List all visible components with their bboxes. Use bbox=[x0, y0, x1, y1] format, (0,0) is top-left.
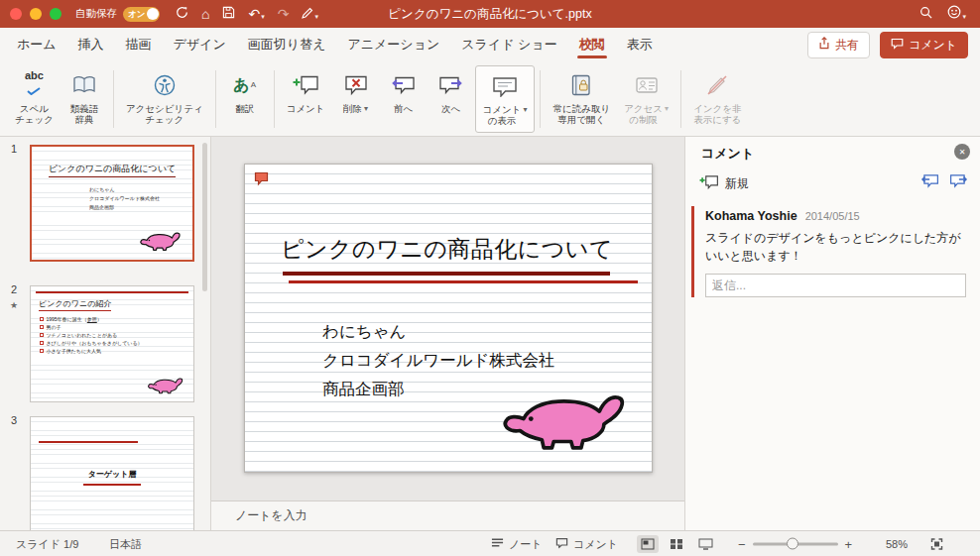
zoom-slider[interactable] bbox=[753, 542, 838, 545]
accessibility-check-button[interactable]: アクセシビリティ チェック bbox=[119, 65, 210, 133]
zoom-slider-thumb[interactable] bbox=[787, 537, 798, 549]
close-panel-icon[interactable]: ✕ bbox=[954, 144, 970, 160]
comments-toggle[interactable]: コメント bbox=[555, 536, 618, 551]
comment-icon bbox=[891, 38, 904, 53]
undo-button[interactable]: ↶▾ bbox=[248, 6, 264, 22]
undo-icon: ↶ bbox=[248, 6, 260, 22]
slide-number: 2 bbox=[11, 283, 17, 295]
tab-animations[interactable]: アニメーション bbox=[336, 28, 450, 61]
previous-comment-button[interactable]: 前へ bbox=[380, 65, 428, 133]
chevron-down-icon: ▾ bbox=[364, 104, 368, 113]
comments-panel-title: コメント bbox=[701, 145, 754, 163]
autosave-label: 自動保存 bbox=[75, 7, 117, 21]
translate-icon: あA bbox=[233, 70, 256, 100]
account-button[interactable]: ▾ bbox=[947, 5, 966, 23]
restrict-access-icon bbox=[635, 70, 659, 100]
slide-thumbnail-3[interactable]: ターゲット層 bbox=[30, 416, 194, 530]
checkbox-bullet bbox=[40, 341, 44, 345]
comment-thread[interactable]: Kohama Yoshie2014/05/15 スライドのデザインをもっとピンク… bbox=[691, 206, 966, 297]
comment-author: Kohama Yoshie bbox=[705, 209, 797, 223]
search-icon[interactable] bbox=[919, 5, 932, 23]
slide-canvas[interactable]: ピンクのワニの商品化について わにちゃん クロコダイルワールド株式会社 商品企画… bbox=[244, 164, 653, 473]
slide-number: 3 bbox=[11, 414, 17, 426]
hide-ink-icon bbox=[706, 70, 728, 100]
previous-comment-icon[interactable] bbox=[920, 173, 939, 192]
slideshow-view-button[interactable] bbox=[694, 535, 716, 553]
save-icon[interactable] bbox=[222, 6, 235, 22]
comments-toggle-button[interactable]: コメント bbox=[880, 32, 968, 58]
tab-design[interactable]: デザイン bbox=[163, 28, 237, 61]
checkbox-bullet bbox=[40, 317, 44, 321]
checkbox-bullet bbox=[40, 349, 44, 353]
notes-pane[interactable]: ノートを入力 bbox=[211, 500, 684, 530]
next-comment-button[interactable]: 次へ bbox=[428, 65, 475, 133]
hide-ink-button[interactable]: インクを非 表示にする bbox=[686, 65, 748, 133]
tab-transitions[interactable]: 画面切り替え bbox=[237, 28, 337, 61]
fit-to-window-button[interactable] bbox=[930, 537, 943, 550]
slide-thumbnail-2[interactable]: ピンクのワニの紹介 1995年春に誕生（参照） 男の子 ツチノコといわれたことが… bbox=[30, 285, 194, 402]
comment-marker-icon[interactable] bbox=[254, 171, 271, 190]
thesaurus-icon bbox=[72, 70, 96, 100]
share-button[interactable]: 共有 bbox=[807, 32, 870, 58]
tab-home[interactable]: ホーム bbox=[6, 28, 67, 61]
thumbnails-scrollbar[interactable] bbox=[202, 143, 207, 291]
crocodile-drawing bbox=[147, 377, 186, 396]
new-comment-button[interactable]: コメント bbox=[280, 65, 332, 133]
slides-panel: 1 ピンクのワニの商品化について わにちゃん クロコダイルワールド株式会社 商品… bbox=[0, 137, 211, 530]
ribbon-separator bbox=[680, 70, 681, 128]
autosave-toggle[interactable]: オン bbox=[123, 7, 160, 22]
zoom-out-button[interactable]: − bbox=[738, 537, 746, 550]
chevron-down-icon: ▾ bbox=[261, 13, 265, 20]
traffic-lights bbox=[10, 8, 61, 20]
reply-input[interactable] bbox=[705, 274, 966, 297]
show-comments-button[interactable]: コメント の表示▾ bbox=[475, 65, 536, 133]
read-only-icon bbox=[569, 70, 593, 100]
zoom-level[interactable]: 58% bbox=[886, 538, 908, 550]
notes-toggle[interactable]: ノート bbox=[491, 536, 543, 551]
zoom-window-button[interactable] bbox=[50, 8, 61, 20]
notes-icon bbox=[491, 538, 504, 550]
show-comments-icon bbox=[492, 71, 518, 101]
zoom-in-button[interactable]: + bbox=[845, 537, 853, 550]
language-indicator[interactable]: 日本語 bbox=[109, 536, 142, 551]
home-icon[interactable]: ⌂ bbox=[201, 7, 209, 21]
delete-comment-button[interactable]: 削除▾ bbox=[332, 65, 380, 133]
slide-sorter-view-button[interactable] bbox=[666, 535, 687, 553]
hyperlink: 参照 bbox=[87, 316, 97, 322]
tab-draw[interactable]: 描画 bbox=[115, 28, 163, 61]
tab-view[interactable]: 表示 bbox=[616, 28, 664, 61]
translate-button[interactable]: あA 翻訳 bbox=[221, 65, 269, 133]
new-comment-link[interactable]: 新規 bbox=[699, 174, 749, 193]
open-read-only-button[interactable]: 常に読み取り 専用で開く bbox=[546, 65, 617, 133]
comments-panel: コメント ✕ 新規 Kohama Yoshie2014/05/15 スライドのデ… bbox=[684, 137, 980, 530]
comment-text: スライドのデザインをもっとピンクにした方がいいと思います！ bbox=[705, 229, 966, 265]
spell-check-button[interactable]: abc スペル チェック bbox=[8, 65, 61, 133]
autosave-control[interactable]: 自動保存 オン bbox=[75, 7, 160, 22]
thesaurus-button[interactable]: 類義語 辞典 bbox=[61, 65, 108, 133]
slide-title-text[interactable]: ピンクのワニの商品化について bbox=[281, 234, 652, 265]
ribbon-separator bbox=[540, 70, 541, 128]
minimize-window-button[interactable] bbox=[30, 8, 42, 20]
toggle-knob bbox=[147, 8, 159, 20]
format-painter-button[interactable]: ▾ bbox=[302, 6, 318, 22]
sync-icon[interactable] bbox=[176, 6, 188, 22]
slide-counter: スライド 1/9 bbox=[16, 536, 78, 551]
accessibility-icon bbox=[154, 70, 176, 100]
comment-meta: Kohama Yoshie2014/05/15 bbox=[705, 206, 966, 224]
restrict-access-button[interactable]: アクセス の制限▾ bbox=[617, 65, 675, 133]
slide-thumbnail-1[interactable]: ピンクのワニの商品化について わにちゃん クロコダイルワールド株式会社 商品企画… bbox=[30, 145, 194, 262]
comment-icon bbox=[555, 537, 568, 550]
crocodile-drawing[interactable] bbox=[500, 390, 637, 459]
redo-icon[interactable]: ↷ bbox=[278, 7, 290, 21]
delete-comment-icon bbox=[344, 70, 368, 100]
chevron-down-icon: ▾ bbox=[314, 13, 318, 20]
decorative-line bbox=[39, 441, 138, 443]
title-underline-2 bbox=[289, 280, 638, 283]
tab-insert[interactable]: 挿入 bbox=[67, 28, 115, 61]
next-comment-icon[interactable] bbox=[949, 173, 968, 192]
tab-slideshow[interactable]: スライド ショー bbox=[450, 28, 567, 61]
close-window-button[interactable] bbox=[10, 8, 22, 20]
normal-view-button[interactable] bbox=[637, 535, 659, 553]
slide-editor: ピンクのワニの商品化について わにちゃん クロコダイルワールド株式会社 商品企画… bbox=[211, 137, 684, 530]
tab-review[interactable]: 校閲 bbox=[568, 28, 616, 61]
